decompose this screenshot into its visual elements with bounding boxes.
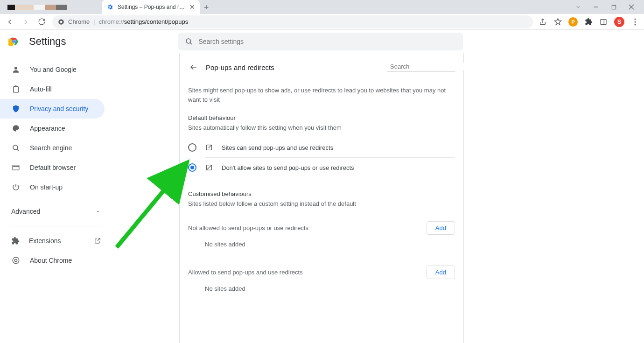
not-allowed-label: Not allowed to send pop-ups or use redir… [188, 224, 308, 231]
add-not-allowed-button[interactable]: Add [427, 221, 455, 235]
forward-button[interactable] [21, 17, 31, 27]
reload-button[interactable] [36, 17, 47, 27]
svg-point-9 [634, 21, 636, 22]
window-controls [566, 0, 644, 14]
sidebar-label: Appearance [30, 125, 65, 132]
omnibox[interactable]: Chrome | chrome://settings/content/popup… [52, 15, 533, 28]
svg-point-24 [14, 259, 17, 261]
sidebar-item-autofill[interactable]: Auto-fill [0, 79, 105, 99]
content-search-field[interactable] [387, 63, 455, 71]
shield-icon [11, 104, 21, 113]
sidebar-label: Default browser [30, 164, 76, 171]
settings-header: Settings [0, 30, 644, 53]
allowed-section: Allowed to send pop-ups and use redirect… [180, 264, 463, 280]
svg-rect-18 [14, 87, 19, 92]
sidebar-label: On start-up [30, 183, 63, 191]
svg-point-5 [60, 21, 63, 23]
close-tab-icon[interactable]: ✕ [189, 3, 195, 11]
svg-point-19 [13, 145, 18, 150]
sidebar-item-privacy-security[interactable]: Privacy and security [0, 99, 105, 119]
settings-title: Settings [29, 35, 66, 48]
chrome-logo-icon [8, 36, 20, 47]
svg-point-10 [634, 24, 636, 25]
not-allowed-empty: No sites added [180, 236, 463, 257]
svg-line-16 [190, 42, 192, 44]
side-panel-icon[interactable] [599, 18, 608, 26]
svg-point-8 [634, 18, 636, 20]
sidebar-label: You and Google [30, 66, 77, 73]
svg-rect-6 [601, 19, 606, 24]
allowed-empty: No sites added [180, 280, 463, 301]
allowed-label: Allowed to send pop-ups and use redirect… [188, 269, 303, 276]
radio-option-block[interactable]: Don't allow sites to send pop-ups or use… [180, 158, 463, 177]
url-main: settings/content/popups [124, 18, 188, 25]
sidebar-item-you-and-google[interactable]: You and Google [0, 60, 105, 79]
about-label: About Chrome [30, 257, 72, 264]
share-icon[interactable] [539, 18, 547, 26]
search-icon [11, 143, 21, 153]
chevron-down-icon [95, 209, 101, 214]
svg-rect-21 [13, 165, 19, 170]
radio-label: Sites can send pop-ups and use redirects [222, 144, 333, 151]
sidebar-label: Search engine [30, 144, 72, 152]
background-tab[interactable] [4, 1, 102, 14]
sidebar-item-on-startup[interactable]: On start-up [0, 177, 105, 197]
maximize-icon[interactable] [610, 4, 617, 10]
browser-tabstrip: Settings – Pop-ups and redirects ✕ + [0, 0, 644, 14]
kebab-menu-icon[interactable] [631, 18, 639, 26]
profile-avatar[interactable]: S [614, 17, 624, 27]
extension-badge-icon[interactable]: P [568, 17, 578, 27]
svg-rect-1 [612, 5, 616, 9]
svg-point-15 [186, 39, 191, 43]
search-icon [185, 37, 193, 46]
tab-title: Settings – Pop-ups and redirects [118, 4, 186, 10]
search-settings-input[interactable] [199, 38, 456, 45]
url-dim: chrome:// [99, 18, 124, 25]
gear-icon [106, 3, 114, 11]
content-back-button[interactable] [188, 62, 199, 73]
extensions-puzzle-icon[interactable] [584, 18, 593, 26]
clipboard-icon [11, 84, 21, 94]
customised-behaviour-subtitle: Sites listed below follow a custom setti… [180, 200, 463, 214]
svg-point-14 [13, 41, 15, 42]
popup-block-icon [205, 163, 213, 172]
not-allowed-section: Not allowed to send pop-ups or use redir… [180, 219, 463, 236]
customised-behaviour-title: Customised behaviours [180, 190, 463, 200]
active-tab[interactable]: Settings – Pop-ups and redirects ✕ [102, 0, 200, 14]
back-button[interactable] [5, 17, 15, 27]
sidebar-item-appearance[interactable]: Appearance [0, 119, 105, 138]
power-icon [11, 182, 21, 192]
add-allowed-button[interactable]: Add [427, 266, 455, 279]
default-behaviour-subtitle: Sites automatically follow this setting … [180, 124, 463, 138]
radio-label: Don't allow sites to send pop-ups or use… [222, 164, 354, 171]
new-tab-button[interactable]: + [200, 1, 213, 14]
sidebar-label: Auto-fill [30, 85, 52, 93]
address-bar: Chrome | chrome://settings/content/popup… [0, 14, 644, 30]
radio-icon [188, 143, 196, 152]
sidebar-item-search-engine[interactable]: Search engine [0, 138, 105, 158]
palette-icon [11, 124, 21, 133]
radio-icon [188, 163, 196, 172]
page-title: Pop-ups and redirects [206, 63, 381, 71]
close-window-icon[interactable] [628, 4, 635, 10]
radio-option-allow[interactable]: Sites can send pop-ups and use redirects [180, 138, 463, 157]
sidebar-divider [11, 226, 101, 226]
svg-point-23 [13, 257, 19, 264]
omnibox-prefix: Chrome [68, 18, 90, 25]
search-settings-field[interactable] [178, 33, 463, 50]
intro-text: Sites might send pop-ups to show ads, or… [180, 79, 463, 114]
sidebar-item-about-chrome[interactable]: About Chrome [0, 251, 105, 270]
sidebar-item-default-browser[interactable]: Default browser [0, 158, 105, 177]
sidebar-label: Privacy and security [30, 105, 88, 112]
chrome-icon [58, 19, 64, 25]
advanced-label: Advanced [11, 208, 40, 215]
minimize-icon[interactable] [593, 4, 599, 10]
content-card: Pop-ups and redirects Sites might send p… [179, 53, 464, 343]
sidebar-advanced-toggle[interactable]: Advanced [0, 202, 112, 221]
bookmark-star-icon[interactable] [553, 18, 562, 26]
popup-allow-icon [205, 143, 213, 152]
chevron-down-icon[interactable] [575, 4, 581, 10]
default-behaviour-title: Default behaviour [180, 114, 463, 124]
sidebar-item-extensions[interactable]: Extensions [0, 231, 112, 251]
content-search-input[interactable] [390, 63, 469, 70]
